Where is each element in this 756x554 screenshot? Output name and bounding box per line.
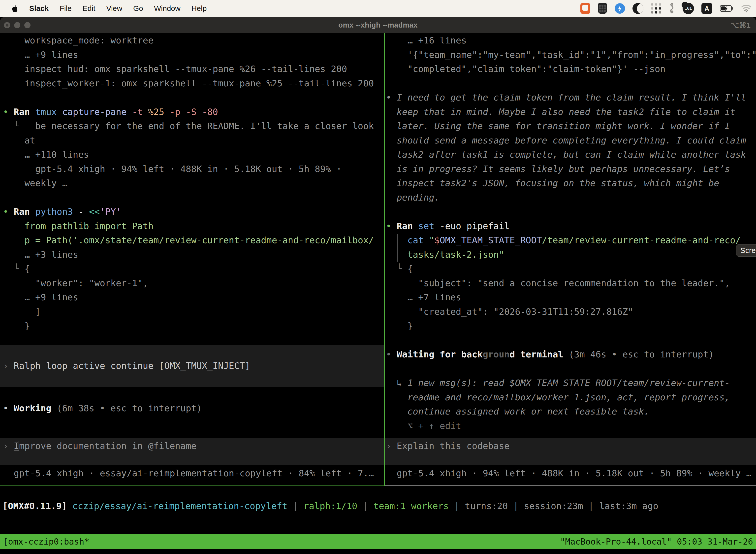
terminal-text-segment: Working <box>14 403 57 413</box>
pane-divider-horizontal-right[interactable] <box>385 486 756 486</box>
terminal-text-segment: << <box>89 207 100 217</box>
indent-guide <box>16 220 16 261</box>
terminal-text-segment: └ <box>386 264 407 274</box>
menu-item-view[interactable]: View <box>106 4 122 13</box>
menu-item-window[interactable]: Window <box>154 4 181 13</box>
terminal-line: weekly … <box>0 176 384 190</box>
apple-menu-icon[interactable] <box>12 5 18 12</box>
terminal-text-segment: should send a message before completing … <box>386 135 746 146</box>
zoom-button[interactable] <box>24 22 30 28</box>
terminal-text-segment: inspect task2's JSON, focusing on the st… <box>386 178 719 188</box>
terminal-text-segment: • <box>386 349 397 359</box>
terminal-text-segment: " <box>429 235 434 245</box>
terminal-cursor: I <box>14 441 19 451</box>
terminal-line: workspace_mode: worktree <box>0 33 384 48</box>
right-pane-status-line: gpt-5.4 xhigh · 94% left · 488K in · 5.1… <box>385 466 756 481</box>
terminal-text-segment: • <box>386 92 397 103</box>
menu-item-file[interactable]: File <box>60 4 71 13</box>
indent-guide <box>397 234 397 262</box>
menu-item-edit[interactable]: Edit <box>82 4 96 13</box>
terminal-text-segment: mprove documentation in @filename <box>19 441 196 451</box>
moon-app-icon[interactable] <box>632 3 643 14</box>
input-source-icon[interactable]: A <box>701 3 712 14</box>
screen-recording-indicator-icon[interactable] <box>580 3 590 14</box>
terminal-text-segment: task2 after task1 is complete, but can I… <box>386 150 746 160</box>
terminal-line: is in progress? It seems likely but perh… <box>385 162 756 176</box>
terminal-line: … +9 lines <box>0 48 384 62</box>
terminal-text-segment: [OMX#0.11.9] <box>2 501 67 511</box>
wifi-icon[interactable] <box>741 4 752 12</box>
terminal-text-segment: d terminal <box>510 349 569 359</box>
battery-icon[interactable] <box>720 5 734 12</box>
window-shortcut-badge: ⌥⌘1 <box>731 21 751 30</box>
bolt-badge-icon[interactable] <box>615 3 625 14</box>
terminal-text-segment: { <box>24 264 30 274</box>
right-scrollback: … +16 lines '{"team_name":"my-team","tas… <box>385 33 756 433</box>
traffic-light-buttons <box>4 17 30 33</box>
terminal-text-segment: Waiting for back <box>397 349 483 359</box>
terminal-line <box>385 76 756 91</box>
terminal-text-segment: ] <box>3 307 41 317</box>
terminal-text-segment: pending. <box>386 192 440 203</box>
terminal-line: tasks/task-2.json" <box>385 247 756 262</box>
prompt-input-box-right[interactable]: › Explain this codebase <box>385 438 756 465</box>
menu-item-help[interactable]: Help <box>191 4 207 13</box>
hook-utility-icon[interactable] <box>669 2 675 14</box>
dots-grid-icon[interactable] <box>651 3 661 14</box>
terminal-line: } <box>385 319 756 333</box>
terminal-text-segment: I need to get the claim token from the c… <box>397 92 746 103</box>
tmux-pane-right[interactable]: … +16 lines '{"team_name":"my-team","tas… <box>385 33 756 486</box>
terminal-text-segment: | <box>508 501 524 511</box>
terminal-text-segment: last:3m ago <box>599 501 658 511</box>
pane-divider-horizontal-left[interactable] <box>0 486 385 486</box>
terminal-text-segment: • <box>3 207 14 217</box>
tmux-pane-left[interactable]: workspace_mode: worktree … +9 lines insp… <box>0 33 384 486</box>
terminal-line: '{"team_name":"my-team","task_id":"1","f… <box>385 48 756 62</box>
terminal-line: • Ran tmux capture-pane -t %25 -p -S -80 <box>0 105 384 119</box>
terminal-line: later. Using the same for transition mig… <box>385 119 756 133</box>
terminal-text-segment: -euo pipefail <box>440 221 510 231</box>
menu-item-app[interactable]: Slack <box>29 4 49 13</box>
terminal-line <box>385 333 756 347</box>
left-pane-status-line: gpt-5.4 xhigh · essay/ai-reimplementatio… <box>0 466 384 481</box>
terminal-line: "completed","claim_token":"claim-token"}… <box>385 62 756 76</box>
terminal-line: should send a message before completing … <box>385 133 756 148</box>
terminal-line: • Waiting for background terminal (3m 46… <box>385 347 756 362</box>
terminal-text-segment: gpt-5.4 xhigh · essay/ai-reimplementatio… <box>3 468 374 478</box>
terminal-line: • Working (6m 38s • esc to interrupt) <box>0 401 384 416</box>
terminal-text-segment: (6m 38s • esc to interrupt) <box>57 403 202 413</box>
minimize-button[interactable] <box>14 22 20 28</box>
terminal-line: ↳ 1 new msg(s): read $OMX_TEAM_STATE_ROO… <box>385 376 756 390</box>
terminal-text-segment: › <box>386 441 397 451</box>
terminal-line: cat "$OMX_TEAM_STATE_ROOT/team/review-cu… <box>385 233 756 247</box>
terminal-line: • I need to get the claim token from the… <box>385 90 756 105</box>
terminal-text-segment: inspect_hud: omx sparkshell --tmux-pane … <box>3 64 347 74</box>
tmux-host-clock-label: "MacBook-Pro-44.local" 05:03 31-Mar-26 <box>560 537 753 547</box>
terminal-line: "worker": "worker-1", <box>0 276 384 290</box>
terminal-text-segment: /team/review-current-readme-and-reco/ <box>542 235 741 245</box>
close-button[interactable] <box>4 22 10 28</box>
tmux-session-window-label[interactable]: [omx-cczip0:bash* <box>3 537 89 547</box>
terminal-window: omx --xhigh --madmax ⌥⌘1 workspace_mode:… <box>0 17 756 554</box>
battery-percentage-badge-icon[interactable]: ..61 <box>683 3 694 14</box>
menu-item-go[interactable]: Go <box>133 4 143 13</box>
window-titlebar[interactable]: omx --xhigh --madmax ⌥⌘1 <box>0 17 756 33</box>
prompt-input-box-left[interactable]: › Improve documentation in @filename <box>0 438 384 465</box>
terminal-text-segment: set <box>418 221 440 231</box>
terminal-line: gpt-5.4 xhigh · 94% left · 488K in · 5.1… <box>385 466 756 481</box>
terminal-text-segment: tmux <box>35 107 62 117</box>
terminal-line: gpt-5.4 xhigh · 94% left · 488K in · 5.1… <box>0 162 384 176</box>
terminal-text-segment: continue assigned work or next feasible … <box>386 406 649 417</box>
terminal-text-segment: -p -S -80 <box>170 107 218 117</box>
terminal-line <box>0 190 384 205</box>
terminal-text-segment: Ran <box>397 221 418 231</box>
terminal-text-segment: "created_at": "2026-03-31T11:59:27.816Z" <box>386 307 633 317</box>
terminal-line <box>385 205 756 219</box>
terminal-text-segment <box>386 235 407 245</box>
terminal-text-segment: team:1 workers <box>374 501 449 511</box>
terminal-text-segment: Explain this codebase <box>397 441 509 451</box>
terminal-line <box>0 90 384 105</box>
privacy-shield-icon[interactable] <box>598 3 607 14</box>
terminal-text-segment: p = Path('.omx/state/team/review-current… <box>3 235 374 245</box>
terminal-text-segment: OMX_TEAM_STATE_ROOT <box>440 235 542 245</box>
